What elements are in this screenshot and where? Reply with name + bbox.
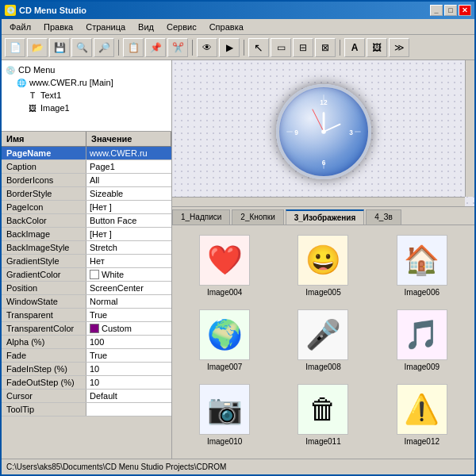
menu-page[interactable]: Страница xyxy=(79,21,132,33)
prop-row-bordericons[interactable]: BorderIconsAll xyxy=(2,174,171,187)
prop-row-pagename[interactable]: PageNamewww.CWER.ru xyxy=(2,147,171,160)
prop-row-fadeinstep----[interactable]: FadeInStep (%)10 xyxy=(2,363,171,376)
color-swatch xyxy=(90,270,99,279)
menu-help[interactable]: Справка xyxy=(203,21,250,33)
prop-name-cell: GradientStyle xyxy=(2,255,86,267)
prop-row-transparentcolor[interactable]: TransparentColorCustom xyxy=(2,322,171,336)
tab-captions[interactable]: 1_Надписи xyxy=(172,209,230,225)
image-item-image012[interactable]: ⚠️Image012 xyxy=(376,381,468,449)
toolbar-image[interactable]: 🖼 xyxy=(367,38,387,57)
prop-value-cell: www.CWER.ru xyxy=(86,147,171,159)
prop-value-cell: Normal xyxy=(86,295,171,308)
image-item-image010[interactable]: 📷Image010 xyxy=(178,381,271,449)
canvas-area[interactable]: 12 3 6 9 xyxy=(172,60,474,207)
prop-row-backimage[interactable]: BackImage[Нет ] xyxy=(2,228,171,241)
prop-name-cell: TransparentColor xyxy=(2,322,86,335)
image-box: 🌍 xyxy=(199,309,250,360)
toolbar-text[interactable]: A xyxy=(344,38,365,57)
menu-edit[interactable]: Правка xyxy=(37,21,79,33)
tree-text1-label: Text1 xyxy=(40,90,61,100)
image-item-image009[interactable]: 🎵Image009 xyxy=(376,306,468,374)
prop-row-alpha----[interactable]: Alpha (%)100 xyxy=(2,336,171,349)
toolbar-new[interactable]: 📄 xyxy=(5,38,25,57)
menu-view[interactable]: Вид xyxy=(132,21,160,33)
prop-name-cell: FadeOutStep (%) xyxy=(2,376,86,389)
maximize-button[interactable]: □ xyxy=(444,5,457,16)
prop-row-cursor[interactable]: CursorDefault xyxy=(2,390,171,403)
image-label: Image006 xyxy=(405,288,440,297)
main-window: 💿 CD Menu Studio _ □ ✕ Файл Правка Стран… xyxy=(0,0,476,476)
image-item-image005[interactable]: 😀Image005 xyxy=(277,232,369,300)
prop-value-cell: True xyxy=(86,349,171,362)
prop-name-cell: BackImage xyxy=(2,228,86,240)
clock-widget: 12 3 6 9 xyxy=(276,84,371,179)
toolbar-open[interactable]: 📂 xyxy=(27,38,48,57)
menu-file[interactable]: Файл xyxy=(3,21,37,33)
minimize-button[interactable]: _ xyxy=(430,5,443,16)
toolbar-more[interactable]: ≫ xyxy=(389,38,409,57)
prop-row-fadeoutstep----[interactable]: FadeOutStep (%)10 xyxy=(2,376,171,390)
prop-row-backcolor[interactable]: BackColorButton Face xyxy=(2,214,171,228)
prop-row-gradientcolor[interactable]: GradientColorWhite xyxy=(2,268,171,282)
prop-name-cell: Fade xyxy=(2,349,86,362)
prop-row-position[interactable]: PositionScreenCenter xyxy=(2,282,171,295)
toolbar-cut[interactable]: ✂️ xyxy=(167,38,188,57)
prop-row-pageicon[interactable]: PageIcon[Нет ] xyxy=(2,201,171,214)
toolbar-search[interactable]: 🔍 xyxy=(71,38,92,57)
prop-name-cell: BackImageStyle xyxy=(2,241,86,254)
tree-root[interactable]: 💿 CD Menu xyxy=(5,63,168,76)
image-item-image008[interactable]: 🎤Image008 xyxy=(277,306,369,374)
toolbar-play[interactable]: ▶ xyxy=(219,38,240,57)
prop-row-fade[interactable]: FadeTrue xyxy=(2,349,171,363)
prop-name-cell: BorderIcons xyxy=(2,174,86,186)
toolbar-copy[interactable]: 📋 xyxy=(123,38,144,57)
image-item-image007[interactable]: 🌍Image007 xyxy=(178,306,271,374)
prop-row-transparent[interactable]: TransparentTrue xyxy=(2,309,171,322)
canvas-vscroll[interactable] xyxy=(465,60,474,197)
svg-text:12: 12 xyxy=(320,98,328,106)
toolbar-save[interactable]: 💾 xyxy=(49,38,70,57)
close-button[interactable]: ✕ xyxy=(459,5,471,16)
prop-value-cell: Custom xyxy=(86,322,171,335)
tab-sound[interactable]: 4_Зв xyxy=(366,209,401,225)
app-icon: 💿 xyxy=(5,5,16,16)
prop-row-backimagestyle[interactable]: BackImageStyleStretch xyxy=(2,241,171,255)
prop-value-cell: 10 xyxy=(86,376,171,389)
tab-images[interactable]: 3_Изображения xyxy=(286,209,365,225)
tree-root-label: CD Menu xyxy=(18,65,55,75)
prop-row-windowstate[interactable]: WindowStateNormal xyxy=(2,295,171,309)
prop-value-cell: Button Face xyxy=(86,214,171,227)
right-panel: 12 3 6 9 xyxy=(172,60,474,459)
toolbar-preview[interactable]: 👁 xyxy=(197,38,217,57)
image-item-image011[interactable]: 🗑Image011 xyxy=(277,381,369,449)
image-label: Image011 xyxy=(305,437,340,446)
text-icon: T xyxy=(27,90,38,101)
toolbar-line[interactable]: ⊟ xyxy=(293,38,313,57)
tree-item-image1[interactable]: 🖼 Image1 xyxy=(27,102,168,114)
tab-buttons[interactable]: 2_Кнопки xyxy=(232,209,283,225)
toolbar-paste[interactable]: 📌 xyxy=(145,38,166,57)
image-item-image006[interactable]: 🏠Image006 xyxy=(376,232,468,300)
prop-row-borderstyle[interactable]: BorderStyleSizeable xyxy=(2,187,171,201)
menu-service[interactable]: Сервис xyxy=(160,21,203,33)
toolbar-shape[interactable]: ⊠ xyxy=(315,38,336,57)
title-bar-buttons: _ □ ✕ xyxy=(430,5,471,16)
prop-row-gradientstyle[interactable]: GradientStyleНет xyxy=(2,255,171,268)
canvas-hscroll[interactable] xyxy=(172,197,465,206)
clock-face: 12 3 6 9 xyxy=(276,84,371,179)
image-label: Image008 xyxy=(305,363,340,371)
prop-row-caption[interactable]: CaptionPage1 xyxy=(2,160,171,174)
prop-row-tooltip[interactable]: ToolTip xyxy=(2,403,171,416)
toolbar-zoom[interactable]: 🔎 xyxy=(94,38,114,57)
prop-header: Имя Значение xyxy=(2,132,171,147)
tree-item-main[interactable]: 🌐 www.CWER.ru [Main] xyxy=(16,76,168,89)
toolbar-rect[interactable]: ▭ xyxy=(271,38,291,57)
prop-name-cell: GradientColor xyxy=(2,268,86,281)
menu-bar: Файл Правка Страница Вид Сервис Справка xyxy=(2,19,474,35)
prop-value-cell: Page1 xyxy=(86,160,171,173)
tree-item-text1[interactable]: T Text1 xyxy=(27,89,168,102)
image-box: 📷 xyxy=(199,384,250,435)
image-item-image004[interactable]: ❤️Image004 xyxy=(178,232,271,300)
toolbar-cursor[interactable]: ↖ xyxy=(248,38,269,57)
image-box: ⚠️ xyxy=(397,384,447,435)
